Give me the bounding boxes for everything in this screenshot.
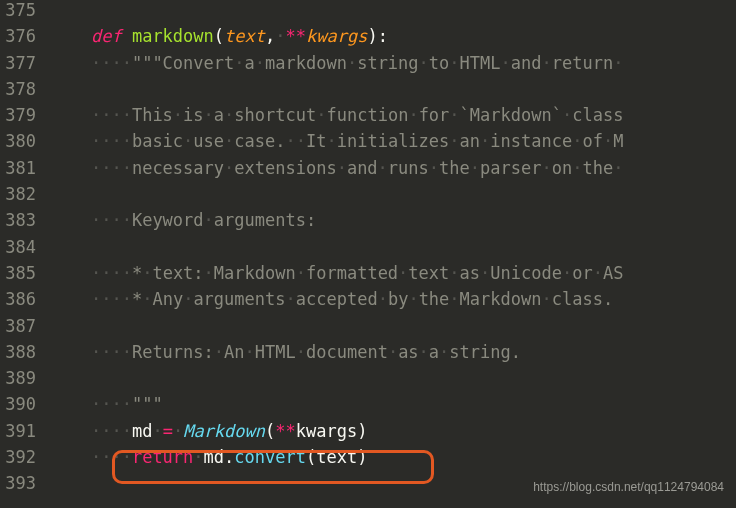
code-line[interactable]: 376 def markdown(text,·**kwargs): bbox=[0, 26, 736, 52]
code-content[interactable]: ····Returns:·An·HTML·document·as·a·strin… bbox=[50, 342, 736, 362]
code-content[interactable]: ····return·md.convert(text) bbox=[50, 447, 736, 467]
token: Unicode bbox=[490, 263, 562, 283]
token: · bbox=[501, 53, 511, 73]
token: · bbox=[470, 158, 480, 178]
code-line[interactable]: 377 ····"""Convert·a·markdown·string·to·… bbox=[0, 53, 736, 79]
line-number: 383 bbox=[0, 210, 50, 230]
code-content[interactable] bbox=[50, 184, 736, 204]
token: · bbox=[562, 263, 572, 283]
token: * bbox=[132, 289, 142, 309]
code-line[interactable]: 385 ····*·text:·Markdown·formatted·text·… bbox=[0, 263, 736, 289]
code-content[interactable] bbox=[50, 237, 736, 257]
token: · bbox=[326, 131, 336, 151]
token: """Convert bbox=[132, 53, 234, 73]
token: · bbox=[183, 289, 193, 309]
line-number: 393 bbox=[0, 473, 50, 493]
token: · bbox=[173, 421, 183, 441]
token: ** bbox=[286, 26, 306, 46]
token: . bbox=[224, 447, 234, 467]
code-content[interactable]: ····*·text:·Markdown·formatted·text·as·U… bbox=[50, 263, 736, 283]
token: AS bbox=[603, 263, 623, 283]
token: ): bbox=[367, 26, 387, 46]
line-number: 385 bbox=[0, 263, 50, 283]
token: return bbox=[132, 447, 193, 467]
code-content[interactable]: ····*·Any·arguments·accepted·by·the·Mark… bbox=[50, 289, 736, 309]
token: · bbox=[449, 105, 459, 125]
token: Markdown bbox=[183, 421, 265, 441]
token: def bbox=[91, 26, 132, 46]
token: as bbox=[460, 263, 480, 283]
line-number: 378 bbox=[0, 79, 50, 99]
code-content[interactable]: ····necessary·extensions·and·runs·the·pa… bbox=[50, 158, 736, 178]
token: , bbox=[265, 26, 275, 46]
token: ···· bbox=[91, 342, 132, 362]
code-line[interactable]: 389 bbox=[0, 368, 736, 394]
token: · bbox=[480, 263, 490, 283]
token: the bbox=[439, 158, 470, 178]
code-line[interactable]: 386 ····*·Any·arguments·accepted·by·the·… bbox=[0, 289, 736, 315]
token: ···· bbox=[91, 289, 132, 309]
token: and bbox=[511, 53, 542, 73]
code-line[interactable]: 388 ····Returns:·An·HTML·document·as·a·s… bbox=[0, 342, 736, 368]
code-editor[interactable]: 375 376 def markdown(text,·**kwargs):377… bbox=[0, 0, 736, 500]
token: `Markdown` bbox=[460, 105, 562, 125]
code-line[interactable]: 380 ····basic·use·case.··It·initializes·… bbox=[0, 131, 736, 157]
token: md bbox=[204, 447, 224, 467]
token: · bbox=[337, 158, 347, 178]
code-content[interactable]: ····basic·use·case.··It·initializes·an·i… bbox=[50, 131, 736, 151]
code-line[interactable]: 383 ····Keyword·arguments: bbox=[0, 210, 736, 236]
code-content[interactable]: ····"""Convert·a·markdown·string·to·HTML… bbox=[50, 53, 736, 73]
token: kwargs bbox=[296, 421, 357, 441]
code-line[interactable]: 390 ····""" bbox=[0, 394, 736, 420]
token: arguments: bbox=[214, 210, 316, 230]
token: runs bbox=[388, 158, 429, 178]
token: HTML bbox=[255, 342, 296, 362]
code-line[interactable]: 384 bbox=[0, 237, 736, 263]
token: · bbox=[255, 53, 265, 73]
token: · bbox=[613, 53, 623, 73]
code-content[interactable]: ····""" bbox=[50, 394, 736, 414]
token: kwargs bbox=[306, 26, 367, 46]
token: · bbox=[245, 342, 255, 362]
token: · bbox=[572, 158, 582, 178]
token: ···· bbox=[91, 263, 132, 283]
code-content[interactable] bbox=[50, 0, 736, 20]
line-number: 382 bbox=[0, 184, 50, 204]
token: parser bbox=[480, 158, 541, 178]
code-line[interactable]: 392 ····return·md.convert(text) bbox=[0, 447, 736, 473]
token: Markdown bbox=[460, 289, 542, 309]
code-content[interactable]: ····Keyword·arguments: bbox=[50, 210, 736, 230]
token: · bbox=[214, 342, 224, 362]
code-content[interactable]: def markdown(text,·**kwargs): bbox=[50, 26, 736, 46]
token: · bbox=[593, 263, 603, 283]
code-line[interactable]: 379 ····This·is·a·shortcut·function·for·… bbox=[0, 105, 736, 131]
token: ) bbox=[357, 447, 367, 467]
code-content[interactable] bbox=[50, 316, 736, 336]
token: case. bbox=[234, 131, 285, 151]
code-line[interactable]: 378 bbox=[0, 79, 736, 105]
token: An bbox=[224, 342, 244, 362]
code-content[interactable]: ····md·=·Markdown(**kwargs) bbox=[50, 421, 736, 441]
line-number: 386 bbox=[0, 289, 50, 309]
line-number: 391 bbox=[0, 421, 50, 441]
code-line[interactable]: 375 bbox=[0, 0, 736, 26]
code-line[interactable]: 387 bbox=[0, 316, 736, 342]
code-line[interactable]: 382 bbox=[0, 184, 736, 210]
token: ** bbox=[275, 421, 295, 441]
token: · bbox=[378, 289, 388, 309]
token: instance bbox=[490, 131, 572, 151]
code-line[interactable]: 391 ····md·=·Markdown(**kwargs) bbox=[0, 421, 736, 447]
code-content[interactable] bbox=[50, 79, 736, 99]
token: · bbox=[541, 158, 551, 178]
token: basic bbox=[132, 131, 183, 151]
code-content[interactable]: ····This·is·a·shortcut·function·for·`Mar… bbox=[50, 105, 736, 125]
code-content[interactable] bbox=[50, 368, 736, 388]
token: ···· bbox=[91, 53, 132, 73]
token: and bbox=[347, 158, 378, 178]
token: of bbox=[582, 131, 602, 151]
line-number: 392 bbox=[0, 447, 50, 467]
token: · bbox=[562, 105, 572, 125]
code-line[interactable]: 381 ····necessary·extensions·and·runs·th… bbox=[0, 158, 736, 184]
token: a bbox=[214, 105, 224, 125]
token: · bbox=[408, 289, 418, 309]
